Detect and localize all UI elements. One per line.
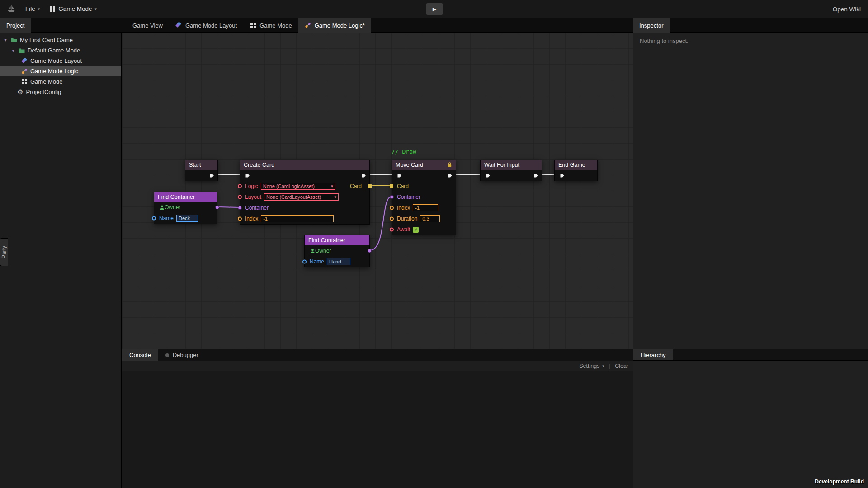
logic-input-pin[interactable]	[238, 184, 242, 188]
exec-out-pin[interactable]	[361, 173, 366, 178]
exec-in-pin[interactable]	[486, 173, 491, 178]
grid-icon	[49, 6, 56, 12]
party-side-tab[interactable]: Party	[0, 238, 8, 266]
file-menu[interactable]: File ▾	[25, 5, 40, 12]
owner-label: Owner	[165, 204, 180, 211]
tab-hierarchy[interactable]: Hierarchy	[633, 349, 673, 360]
logic-icon	[21, 68, 28, 75]
container-input-pin[interactable]	[238, 206, 242, 210]
node-header[interactable]: End Game	[555, 160, 597, 170]
index-field[interactable]: -1	[413, 204, 438, 211]
node-header[interactable]: Find Container	[154, 192, 217, 202]
container-input-pin[interactable]	[390, 195, 394, 199]
tree-item-game-mode-logic[interactable]: Game Mode Logic	[0, 66, 121, 76]
tab-debugger[interactable]: Debugger	[158, 349, 206, 361]
console-clear-button[interactable]: Clear	[615, 363, 628, 369]
await-input-pin[interactable]	[390, 228, 394, 232]
container-output-pin[interactable]	[215, 206, 219, 210]
disclosure-triangle-icon[interactable]: ▾	[3, 38, 8, 42]
logic-asset-dropdown[interactable]: None (CardLogicAsset) ▾	[261, 183, 335, 190]
node-start[interactable]: Start	[185, 160, 218, 181]
card-input-pin[interactable]	[390, 184, 393, 188]
node-header[interactable]: Create Card	[240, 160, 369, 170]
layout-input-pin[interactable]	[238, 195, 242, 199]
wire-container-findcontainerdeck-createcard	[217, 207, 240, 207]
tab-debugger-label: Debugger	[173, 352, 198, 358]
tab-console[interactable]: Console	[122, 349, 158, 361]
console-output[interactable]	[122, 371, 633, 488]
node-find-container-hand[interactable]: Find Container Owner Name Hand	[304, 235, 370, 267]
hierarchy-tab-bar: Hierarchy	[633, 349, 868, 361]
tree-item-game-mode-layout[interactable]: Game Mode Layout	[0, 56, 121, 66]
tab-inspector[interactable]: Inspector	[633, 18, 670, 33]
node-title: Start	[189, 162, 201, 168]
name-input-pin[interactable]	[152, 216, 156, 221]
checkmark-icon: ✓	[414, 227, 417, 232]
app-logo-icon[interactable]	[6, 4, 16, 14]
game-mode-menu[interactable]: Game Mode ▾	[49, 5, 97, 12]
tree-item-my-first-card-game[interactable]: ▾ My First Card Game	[0, 35, 121, 45]
console-settings-label: Settings	[579, 363, 599, 369]
name-label: Name	[310, 258, 324, 265]
await-label: Await	[397, 226, 410, 233]
index-input-pin[interactable]	[390, 206, 394, 210]
owner-label: Owner	[315, 248, 331, 254]
await-checkbox[interactable]: ✓	[413, 227, 419, 233]
top-menu-bar: File ▾ Game Mode ▾ ▶ Open Wiki	[0, 0, 868, 18]
node-header[interactable]: Move Card	[392, 160, 456, 170]
node-header[interactable]: Start	[185, 160, 217, 170]
index-value: -1	[263, 216, 268, 221]
exec-in-pin[interactable]	[245, 173, 250, 178]
folder-icon	[18, 47, 25, 54]
tab-game-view-label: Game View	[132, 22, 163, 29]
tab-project[interactable]: Project	[0, 18, 31, 33]
exec-out-pin[interactable]	[533, 173, 538, 178]
open-wiki-link[interactable]: Open Wiki	[833, 0, 861, 18]
tree-item-label: Game Mode Logic	[30, 68, 78, 75]
node-create-card[interactable]: Create Card Logic None (CardLogicAsset) …	[240, 160, 370, 225]
tree-item-default-game-mode[interactable]: ▾ Default Game Mode	[0, 45, 121, 56]
node-title: End Game	[558, 162, 585, 168]
console-settings-button[interactable]: Settings ▾	[579, 363, 604, 369]
duration-field[interactable]: 0.3	[420, 215, 440, 222]
wire-container-findcontainerhand-movecard	[370, 197, 392, 250]
exec-in-pin[interactable]	[560, 173, 565, 178]
tab-game-mode[interactable]: Game Mode	[243, 18, 298, 33]
node-end-game[interactable]: End Game	[554, 160, 598, 181]
name-field[interactable]: Deck	[176, 215, 198, 222]
node-header[interactable]: Wait For Input	[481, 160, 542, 170]
toolbar-divider: |	[609, 363, 610, 369]
layout-asset-dropdown[interactable]: None (CardLayoutAsset) ▾	[264, 193, 339, 201]
tree-item-game-mode[interactable]: Game Mode	[0, 76, 121, 87]
node-graph-canvas[interactable]: // Draw Start Create Card Logic	[122, 33, 633, 349]
disclosure-triangle-icon[interactable]: ▾	[11, 48, 15, 53]
play-button[interactable]: ▶	[426, 3, 443, 15]
node-move-card[interactable]: Move Card Card Container Index	[392, 160, 456, 235]
name-field[interactable]: Hand	[327, 258, 350, 265]
tab-game-mode-logic[interactable]: Game Mode Logic*	[298, 18, 371, 33]
file-menu-label: File	[25, 5, 35, 12]
node-wait-for-input[interactable]: Wait For Input	[480, 160, 542, 181]
node-find-container-deck[interactable]: Find Container Owner Name Deck	[154, 192, 217, 224]
duration-input-pin[interactable]	[390, 217, 394, 221]
exec-in-pin[interactable]	[397, 173, 402, 178]
index-field[interactable]: -1	[261, 215, 334, 222]
card-output-pin[interactable]	[368, 184, 372, 188]
exec-out-pin[interactable]	[209, 173, 214, 178]
node-header[interactable]: Find Container	[305, 235, 369, 245]
exec-out-pin[interactable]	[448, 173, 453, 178]
chevron-down-icon: ▾	[331, 184, 333, 188]
tab-game-mode-layout[interactable]: Game Mode Layout	[169, 18, 243, 33]
name-value: Deck	[179, 216, 190, 221]
inspector-empty-text: Nothing to inspect.	[633, 33, 868, 49]
index-input-pin[interactable]	[238, 217, 242, 221]
chevron-down-icon: ▾	[38, 7, 40, 11]
tree-item-projectconfig[interactable]: ⚙ ProjectConfig	[0, 87, 121, 97]
tree-item-label: Default Game Mode	[28, 47, 80, 54]
tab-game-view[interactable]: Game View	[126, 18, 169, 33]
container-output-pin[interactable]	[368, 249, 372, 253]
name-input-pin[interactable]	[302, 260, 307, 264]
folder-icon	[10, 37, 17, 43]
tab-game-mode-layout-label: Game Mode Layout	[185, 22, 237, 29]
tree-item-label: Game Mode Layout	[30, 57, 82, 64]
